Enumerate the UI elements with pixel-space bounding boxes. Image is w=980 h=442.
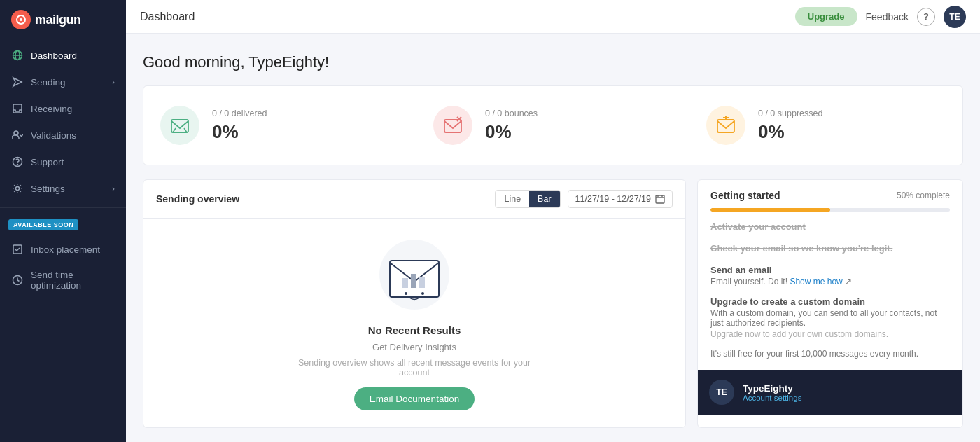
sending-overview-panel: Sending overview Line Bar 11/27/19 - 12/… <box>143 179 686 428</box>
user-footer: TE TypeEighty Account settings <box>698 370 962 415</box>
globe-icon <box>11 49 24 62</box>
sidebar-item-validations[interactable]: Validations <box>0 122 126 149</box>
gs-progress-bar <box>710 208 950 212</box>
gs-item-title-custom-domain: Upgrade to create a custom domain <box>710 296 950 307</box>
empty-desc: Sending overview shows all recent messag… <box>292 358 537 378</box>
stat-label-delivered: 0 / 0 delivered <box>212 109 267 118</box>
empty-illustration <box>369 236 460 313</box>
svg-point-9 <box>18 165 18 165</box>
bar-toggle-button[interactable]: Bar <box>529 191 559 207</box>
sidebar-item-sending[interactable]: Sending › <box>0 69 126 95</box>
gs-header: Getting started 50% complete <box>698 180 962 208</box>
sidebar-item-receiving[interactable]: Receiving <box>0 95 126 122</box>
overview-header: Sending overview Line Bar 11/27/19 - 12/… <box>144 180 685 219</box>
sidebar-item-label: Inbox placement <box>31 244 100 255</box>
send-icon <box>11 76 24 88</box>
svg-rect-20 <box>656 195 664 203</box>
user-info: TypeEighty Account settings <box>743 383 802 402</box>
stat-label-suppressed: 0 / 0 suppressed <box>758 109 822 118</box>
stat-info-delivered: 0 / 0 delivered 0% <box>212 109 267 143</box>
bounces-icon <box>442 114 464 137</box>
gs-item-activate: Activate your account <box>710 221 950 233</box>
bottom-row: Sending overview Line Bar 11/27/19 - 12/… <box>143 179 963 428</box>
sidebar-item-support[interactable]: Support <box>0 149 126 175</box>
gs-free-note: It's still free for your first 10,000 me… <box>710 349 950 359</box>
user-avatar[interactable]: TE <box>944 6 966 28</box>
suppressed-icon <box>715 114 737 137</box>
overview-body: No Recent Results Get Delivery Insights … <box>144 219 685 427</box>
bounces-icon-wrap <box>433 106 472 145</box>
svg-point-1 <box>20 18 22 21</box>
sidebar-item-send-time-optimization[interactable]: Send time optimization <box>0 263 126 298</box>
user-check-icon <box>11 129 24 141</box>
sidebar-item-label: Send time optimization <box>31 270 115 291</box>
sidebar-logo: mailgun <box>0 0 126 39</box>
sidebar-item-label: Settings <box>31 184 65 194</box>
page-title: Dashboard <box>140 11 787 23</box>
user-footer-avatar: TE <box>709 380 734 405</box>
sidebar-item-label: Sending <box>31 77 66 88</box>
gs-item-title-check-email: Check your email so we know you're legit… <box>710 243 950 254</box>
chart-toggle: Line Bar <box>495 190 560 208</box>
date-range-picker[interactable]: 11/27/19 - 12/27/19 <box>568 190 673 208</box>
settings-icon <box>11 182 24 195</box>
gs-items: Activate your account Check your email s… <box>698 221 962 370</box>
chevron-right-icon: › <box>112 184 115 193</box>
empty-title: No Recent Results <box>368 324 461 336</box>
sidebar: mailgun Dashboard Sending › <box>0 0 126 442</box>
clock-icon <box>11 274 24 286</box>
delivered-icon <box>169 114 191 137</box>
sidebar-item-dashboard[interactable]: Dashboard <box>0 42 126 69</box>
gs-item-desc-send-email: Email yourself. Do it! Show me how ↗ <box>710 277 950 286</box>
line-toggle-button[interactable]: Line <box>496 191 529 207</box>
gs-complete: 50% complete <box>897 191 950 200</box>
stat-card-suppressed: 0 / 0 suppressed 0% <box>690 86 962 165</box>
sidebar-item-label: Receiving <box>31 104 72 114</box>
gs-item-custom-domain: Upgrade to create a custom domain With a… <box>710 296 950 339</box>
calendar-icon <box>655 194 665 204</box>
upgrade-button[interactable]: Upgrade <box>795 7 858 26</box>
gs-item-desc-custom-domain: With a custom domain, you can send to al… <box>710 308 950 328</box>
svg-rect-14 <box>444 120 461 132</box>
gs-item-send-email: Send an email Email yourself. Do it! Sho… <box>710 265 950 286</box>
gs-item-title-send-email: Send an email <box>710 265 950 275</box>
chevron-right-icon: › <box>112 78 115 86</box>
svg-rect-27 <box>411 274 416 288</box>
stat-label-bounces: 0 / 0 bounces <box>485 109 538 118</box>
gs-item-title-activate: Activate your account <box>710 221 950 232</box>
svg-point-29 <box>405 292 407 295</box>
sidebar-item-label: Support <box>31 157 64 167</box>
svg-rect-28 <box>419 277 425 288</box>
stats-row: 0 / 0 delivered 0% 0 / 0 bounces 0% <box>143 85 963 165</box>
sidebar-nav: Dashboard Sending › Receiving <box>0 39 126 442</box>
email-documentation-button[interactable]: Email Documentation <box>354 387 475 410</box>
logo-text: mailgun <box>35 13 81 27</box>
account-settings-link[interactable]: Account settings <box>743 394 802 402</box>
empty-subtitle: Get Delivery Insights <box>372 342 456 352</box>
suppressed-icon-wrap <box>706 106 746 145</box>
svg-point-10 <box>16 187 20 191</box>
help-circle-icon <box>11 156 24 168</box>
stat-info-bounces: 0 / 0 bounces 0% <box>485 109 538 143</box>
overview-title: Sending overview <box>156 193 488 205</box>
help-button[interactable]: ? <box>917 8 935 26</box>
svg-rect-26 <box>402 278 408 288</box>
user-name: TypeEighty <box>743 383 802 394</box>
sidebar-item-label: Dashboard <box>31 50 77 61</box>
topbar-actions: Upgrade Feedback ? TE <box>795 6 966 28</box>
gs-title: Getting started <box>710 190 780 201</box>
show-me-how-link[interactable]: Show me how <box>790 277 842 286</box>
feedback-button[interactable]: Feedback <box>866 11 909 22</box>
external-link-icon: ↗ <box>845 277 852 286</box>
gs-item-check-email: Check your email so we know you're legit… <box>710 243 950 255</box>
sidebar-item-inbox-placement[interactable]: Inbox placement <box>0 236 126 263</box>
sidebar-item-settings[interactable]: Settings › <box>0 175 126 202</box>
svg-marker-5 <box>13 78 22 86</box>
inbox-check-icon <box>11 243 24 256</box>
stat-value-bounces: 0% <box>485 121 538 143</box>
topbar: Dashboard Upgrade Feedback ? TE <box>126 0 980 34</box>
main-content: Dashboard Upgrade Feedback ? TE Good mor… <box>126 0 980 442</box>
svg-point-7 <box>14 131 18 135</box>
email-yourself-text: Email yourself. Do it! <box>710 277 788 286</box>
sidebar-item-label: Validations <box>31 130 76 141</box>
